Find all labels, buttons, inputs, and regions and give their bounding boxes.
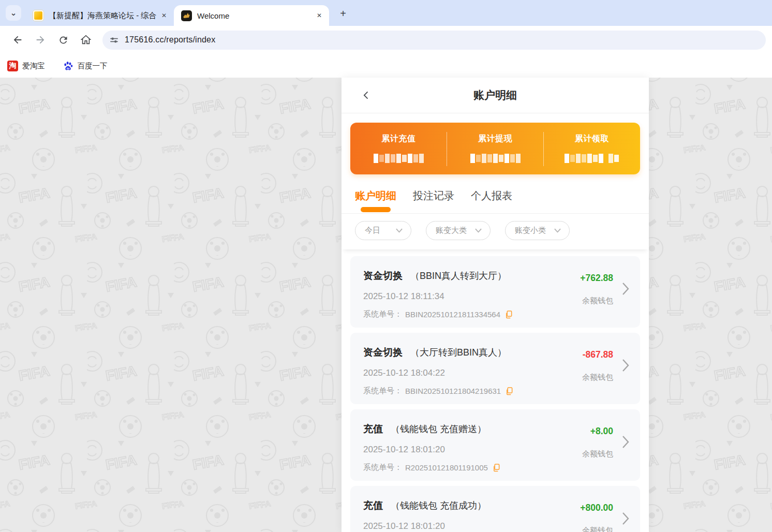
order-number: BBIN202510121811334564 [405,310,500,319]
transaction-type: 充值 [363,499,383,512]
bookmark-label: 爱淘宝 [22,61,45,71]
stat-total-deposit: 累计充值 [350,123,447,174]
transaction-detail: （大厅转到BBIN真人） [410,346,507,359]
transaction-amount: +800.00 [580,503,613,513]
divider [543,132,544,166]
transaction-type: 资金切换 [363,269,403,283]
chevron-right-icon[interactable] [622,435,630,451]
transaction-type: 充值 [363,422,383,436]
browser-toolbar: 175616.cc/reports/index [0,26,772,54]
order-label: 系统单号： [363,386,402,396]
bookmark-aitaobao[interactable]: 淘 爱淘宝 [7,61,45,71]
stat-label: 累计提现 [478,134,512,144]
chevron-down-icon [396,228,403,233]
order-label: 系统单号： [363,309,402,319]
chevron-right-icon[interactable] [622,512,630,527]
copy-icon[interactable] [493,464,500,472]
transaction-detail: （钱能钱包 充值成功） [391,499,486,512]
taobao-icon: 淘 [7,61,18,71]
bookmark-label: 百度一下 [78,61,108,71]
tab-account-detail[interactable]: 账户明细 [355,189,396,213]
bookmarks-bar: 淘 爱淘宝 du 百度一下 [0,54,772,78]
svg-text:du: du [66,67,69,69]
transaction-list: 资金切换 （BBIN真人转到大厅） 2025-10-12 18:11:34 系统… [342,249,649,532]
tab-personal-report[interactable]: 个人报表 [471,189,512,213]
url-text[interactable]: 175616.cc/reports/index [125,35,215,45]
stat-total-claim: 累计领取 [543,123,640,174]
transaction-row[interactable]: 资金切换 （BBIN真人转到大厅） 2025-10-12 18:11:34 系统… [350,256,640,328]
baidu-icon: du [63,61,73,71]
stat-label: 累计领取 [575,134,609,144]
close-tab-icon[interactable]: ✕ [315,11,324,20]
close-tab-icon[interactable]: ✕ [159,11,169,20]
transaction-detail: （钱能钱包 充值赠送） [391,423,486,435]
site-favicon [181,10,192,21]
reload-icon[interactable] [54,31,72,49]
filter-minor-type[interactable]: 账变小类 [505,221,570,240]
back-icon[interactable] [9,31,26,49]
masked-value [374,153,424,164]
copy-icon[interactable] [506,387,513,395]
page-header: 账户明细 [342,78,649,113]
section-tabs: 账户明细 投注记录 个人报表 [342,174,649,214]
masked-value [470,153,521,164]
bookmark-baidu[interactable]: du 百度一下 [63,61,108,71]
filter-date[interactable]: 今日 [355,221,411,240]
chevron-right-icon[interactable] [622,282,630,298]
tab-bet-records[interactable]: 投注记录 [413,189,454,213]
stat-label: 累计充值 [381,134,415,144]
totals-card: 累计充值 累计提现 累计领取 [350,123,640,174]
order-number: R202510121801191005 [405,463,488,472]
tab-title: 【新提醒】海燕策略论坛 - 综合 [49,11,159,21]
filter-bar: 今日 账变大类 账变小类 [342,214,649,249]
masked-value [565,153,619,164]
back-chevron-icon[interactable] [356,85,377,106]
order-label: 系统单号： [363,463,402,472]
new-tab-button[interactable]: + [336,7,350,20]
tab-search-button[interactable]: ⌄ [6,5,21,21]
transaction-amount: -867.88 [583,349,613,360]
chevron-down-icon [554,228,561,233]
tab-title: Welcome [197,11,315,20]
order-number: BBIN202510121804219631 [405,387,501,395]
home-icon[interactable] [77,31,95,49]
browser-tab-forum[interactable]: 【新提醒】海燕策略论坛 - 综合 ✕ [26,5,174,26]
site-settings-icon[interactable] [110,36,118,45]
transaction-row[interactable]: 资金切换 （大厅转到BBIN真人） 2025-10-12 18:04:22 系统… [350,333,640,404]
transaction-amount: +762.88 [580,273,613,284]
transaction-amount: +8.00 [590,426,613,437]
transaction-detail: （BBIN真人转到大厅） [410,270,507,282]
account-detail-panel: 账户明细 累计充值 累计提现 累计领取 [342,78,649,532]
wallet-label: 余额钱包 [582,526,613,532]
forward-icon[interactable] [32,31,49,49]
chevron-right-icon[interactable] [622,359,630,374]
copy-icon[interactable] [505,311,513,319]
forum-favicon [33,10,43,21]
filter-label: 账变小类 [515,226,546,235]
wallet-label: 余额钱包 [582,373,613,382]
page-title: 账户明细 [473,88,517,102]
transaction-type: 资金切换 [363,346,403,359]
transaction-row[interactable]: 充值 （钱能钱包 充值赠送） 2025-10-12 18:01:20 系统单号：… [350,409,640,481]
wallet-label: 余额钱包 [582,296,613,306]
filter-label: 今日 [365,226,380,235]
transaction-row[interactable]: 充值 （钱能钱包 充值成功） 2025-10-12 18:01:20 +800.… [350,486,640,532]
filter-label: 账变大类 [436,226,467,235]
page-area: FIFA FIFA FIFA 账户明细 累计充值 [0,78,772,532]
address-bar[interactable]: 175616.cc/reports/index [102,31,766,50]
wallet-label: 余额钱包 [582,449,613,459]
filter-major-type[interactable]: 账变大类 [426,221,491,240]
stat-total-withdraw: 累计提现 [447,123,544,174]
browser-titlebar: ⌄ 【新提醒】海燕策略论坛 - 综合 ✕ Welcome ✕ + [0,0,772,26]
browser-tab-welcome[interactable]: Welcome ✕ [174,5,329,26]
divider [447,132,447,166]
chevron-down-icon [475,228,482,233]
